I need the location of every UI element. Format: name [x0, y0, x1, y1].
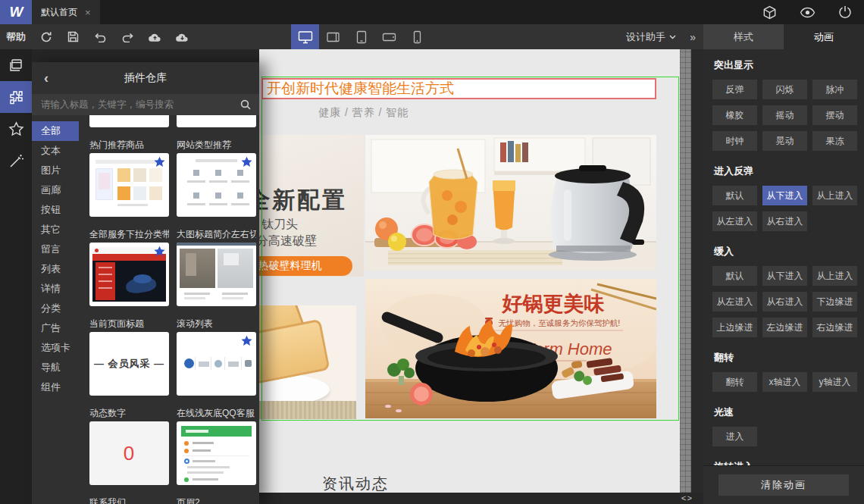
help-button[interactable]: 帮助: [6, 24, 26, 49]
components-cube-button[interactable]: [762, 5, 777, 20]
animation-option-button[interactable]: 右边缘进: [812, 318, 857, 337]
refresh-button[interactable]: [39, 30, 52, 43]
search-button[interactable]: [232, 94, 259, 115]
plugin-item-thumb[interactable]: [177, 243, 256, 306]
page-tab[interactable]: 默认首页 ×: [32, 0, 100, 24]
animation-option-button[interactable]: 摆动: [812, 105, 857, 125]
animation-section-title: 缓入: [714, 245, 858, 258]
toast-image[interactable]: [259, 305, 356, 419]
thumb-text: — 会员风采 —: [89, 332, 169, 396]
favorite-star-icon[interactable]: [154, 156, 165, 167]
category-item[interactable]: 全部: [32, 121, 79, 141]
category-item[interactable]: 导航: [32, 358, 79, 377]
design-assistant-button[interactable]: 设计助手: [626, 24, 676, 49]
sidebar-item-favorites[interactable]: [0, 113, 32, 145]
wok-banner-image[interactable]: 好锅更美味 无忧购物，至诚服务为你保驾护航! Warm Home: [365, 279, 656, 418]
category-item[interactable]: 分类: [32, 299, 79, 318]
category-item[interactable]: 组件: [32, 377, 79, 397]
device-phone-button[interactable]: [403, 24, 431, 49]
plugin-item-thumb[interactable]: [177, 153, 256, 217]
category-item[interactable]: 图片: [32, 161, 79, 180]
animation-option-button[interactable]: 上边缘进: [712, 318, 757, 337]
animation-option-button[interactable]: 进入: [712, 427, 757, 446]
animation-option-button[interactable]: 从下进入: [762, 186, 807, 205]
category-item[interactable]: 列表: [32, 259, 79, 279]
device-laptop-button[interactable]: [319, 24, 347, 49]
animation-option-button[interactable]: 时钟: [712, 131, 757, 151]
plugin-item-thumb[interactable]: [177, 421, 256, 485]
animation-option-button[interactable]: 闪烁: [762, 80, 807, 99]
app-logo[interactable]: W: [0, 0, 32, 24]
sidebar-item-tools[interactable]: [0, 145, 32, 177]
animation-option-button[interactable]: 默认: [712, 266, 757, 286]
animation-option-button[interactable]: 从左进入: [712, 292, 757, 311]
code-view-icon[interactable]: <>: [681, 494, 693, 503]
clear-animation-button[interactable]: 清除动画: [718, 474, 849, 496]
cloud-download-button[interactable]: [176, 30, 189, 43]
animation-option-button[interactable]: 从上进入: [812, 266, 857, 286]
plugin-item-thumb[interactable]: — 会员风采 —: [89, 332, 169, 396]
animation-option-button[interactable]: 反弹: [712, 80, 757, 99]
plugin-item: 当前页面标题— 会员风采 —: [89, 318, 169, 408]
animation-option-button[interactable]: 翻转: [712, 372, 757, 392]
close-tab-icon[interactable]: ×: [85, 8, 91, 17]
page-subtitle[interactable]: 健康 / 营养 / 智能: [318, 106, 409, 120]
save-button[interactable]: [67, 30, 80, 43]
tab-style[interactable]: 样式: [703, 24, 784, 49]
animation-option-button[interactable]: 晃动: [762, 131, 807, 151]
left-product-banner[interactable]: 全新配置 钛刀头 分高速破壁 热破壁料理机: [259, 135, 364, 277]
device-desktop-button[interactable]: [291, 24, 319, 49]
plugin-item-thumb[interactable]: [177, 332, 256, 396]
tab-animation[interactable]: 动画: [784, 24, 864, 49]
cloud-upload-button[interactable]: [149, 30, 161, 43]
power-button[interactable]: [838, 5, 852, 19]
kettle-banner-image[interactable]: [365, 135, 656, 271]
redo-button[interactable]: [121, 30, 134, 43]
animation-option-button[interactable]: 从右进入: [762, 211, 807, 231]
favorite-star-icon[interactable]: [154, 246, 165, 257]
device-phone-landscape-button[interactable]: [375, 24, 403, 49]
category-item[interactable]: 广告: [32, 318, 79, 338]
refresh-icon: [40, 31, 52, 43]
animation-option-button[interactable]: 左边缘进: [762, 318, 807, 337]
canvas-resize-strip[interactable]: [680, 49, 691, 493]
category-item[interactable]: 按钮: [32, 200, 79, 220]
category-item[interactable]: 选项卡: [32, 338, 79, 358]
animation-option-button[interactable]: 默认: [712, 186, 757, 205]
back-chevron-icon[interactable]: ‹: [44, 62, 49, 94]
plugin-item-thumb[interactable]: [177, 115, 256, 127]
plugin-item-thumb[interactable]: 0: [89, 421, 169, 485]
category-item[interactable]: 画廊: [32, 180, 79, 200]
animation-option-button[interactable]: 从下进入: [762, 266, 807, 286]
animation-option-button[interactable]: 果冻: [812, 131, 857, 151]
category-item[interactable]: 留言: [32, 239, 79, 259]
toolbar-more-button[interactable]: »: [690, 24, 696, 49]
category-item[interactable]: 其它: [32, 220, 79, 239]
undo-button[interactable]: [94, 30, 107, 43]
plugin-item-thumb[interactable]: [89, 115, 169, 127]
animation-option-button[interactable]: 从左进入: [712, 211, 757, 231]
favorite-star-icon[interactable]: [241, 335, 252, 346]
animation-option-button[interactable]: 脉冲: [812, 80, 857, 99]
sidebar-item-pages[interactable]: [0, 49, 32, 81]
animation-option-button[interactable]: y轴进入: [812, 372, 857, 392]
animation-option-button[interactable]: 下边缘进: [812, 292, 857, 311]
preview-eye-button[interactable]: [800, 7, 815, 18]
category-item[interactable]: 详情: [32, 279, 79, 299]
animation-option-button[interactable]: 从右进入: [762, 292, 807, 311]
animation-option-button[interactable]: x轴进入: [762, 372, 807, 392]
favorite-star-icon[interactable]: [241, 156, 252, 167]
plugin-item-thumb[interactable]: [89, 153, 169, 217]
design-canvas[interactable]: 开创新时代健康智能生活方式 健康 / 营养 / 智能 全新配置 钛刀头 分高速破…: [259, 49, 680, 493]
animation-option-button[interactable]: 橡胶: [712, 105, 757, 125]
selected-title-element[interactable]: 开创新时代健康智能生活方式: [261, 78, 656, 99]
news-section-heading[interactable]: 资讯动态: [322, 474, 389, 493]
category-item[interactable]: 文本: [32, 141, 79, 161]
animation-option-button[interactable]: 从上进入: [812, 186, 857, 205]
plugin-search-input[interactable]: [32, 99, 232, 110]
plugin-item-thumb[interactable]: [89, 243, 169, 306]
animation-option-button[interactable]: 摇动: [762, 105, 807, 125]
sidebar-item-plugins[interactable]: [0, 81, 32, 113]
banner-button[interactable]: 热破壁料理机: [259, 256, 352, 276]
device-tablet-button[interactable]: [347, 24, 375, 49]
